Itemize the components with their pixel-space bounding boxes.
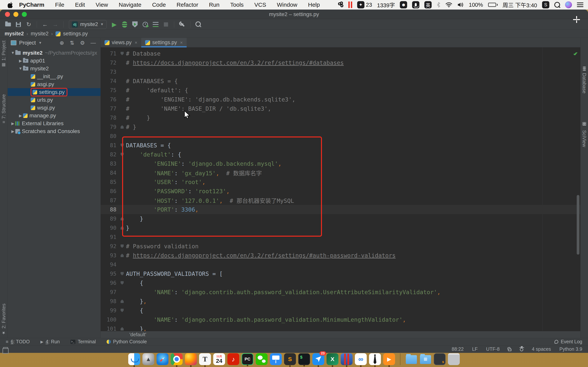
dock-icon-chrome[interactable]	[171, 353, 183, 365]
dock-icon-excel[interactable]: X	[327, 353, 338, 365]
run-configuration-select[interactable]: dj mysite2 ▼	[69, 20, 107, 29]
window-title-bar[interactable]: mysite2 – settings.py	[0, 9, 588, 19]
dock-icon-necktie-app[interactable]	[369, 353, 381, 365]
fold-start-icon[interactable]	[121, 244, 124, 248]
tree-row-app01[interactable]: ▶app01	[8, 57, 101, 65]
concurrency-diagram-button[interactable]	[151, 20, 160, 29]
tree-row-scratches-and-consoles[interactable]: ▶Scratches and Consoles	[8, 127, 101, 135]
dingtalk-menubar-item[interactable]: ✦ 23	[357, 1, 372, 8]
expand-arrow-icon[interactable]: ▼	[18, 66, 23, 71]
dock-icon-trash[interactable]	[448, 353, 460, 365]
breadcrumb-item[interactable]: settings.py	[63, 31, 88, 37]
gutter-fold-column[interactable]	[118, 251, 126, 260]
zoom-window-button[interactable]	[22, 12, 27, 17]
open-file-button[interactable]	[4, 20, 12, 29]
line-number[interactable]: 95	[101, 271, 118, 277]
line-number[interactable]: 84	[101, 170, 118, 176]
line-number[interactable]: 90	[101, 225, 118, 231]
word-count[interactable]: 1339字	[377, 1, 395, 9]
menu-item-refactor[interactable]: Refactor	[171, 1, 203, 8]
stripe-favorites-button[interactable]: ★ 2: Favorites	[1, 304, 7, 335]
gutter-fold-column[interactable]	[118, 113, 126, 122]
apple-menu-icon[interactable]	[8, 1, 13, 8]
code-line-93[interactable]: 93# https://docs.djangoproject.com/en/3.…	[101, 251, 580, 260]
save-all-button[interactable]	[14, 20, 23, 29]
dock-icon-video-app[interactable]: ▶	[383, 353, 395, 365]
code-editor[interactable]: 71# Database72# https://docs.djangoproje…	[101, 47, 580, 331]
file-encoding[interactable]: UTF-8	[486, 346, 500, 352]
minimize-window-button[interactable]	[13, 12, 18, 17]
stripe-project-button[interactable]: ▦ 1: Project	[1, 41, 7, 67]
highlighting-level-icon[interactable]	[520, 348, 523, 351]
gutter-fold-column[interactable]	[118, 278, 126, 287]
gutter-fold-column[interactable]	[118, 104, 126, 113]
dock-icon-terminal[interactable]: $	[298, 353, 310, 365]
gutter-fold-column[interactable]	[118, 242, 126, 251]
toolwindow-button-run[interactable]: ▶4: Run	[40, 339, 60, 344]
code-line-74[interactable]: 74# DATABASES = {	[101, 76, 580, 86]
gutter-fold-column[interactable]	[118, 315, 126, 324]
editor-scrollbar-thumb[interactable]	[577, 195, 579, 255]
menu-item-view[interactable]: View	[90, 1, 113, 8]
fold-end-icon[interactable]	[121, 300, 124, 303]
menu-item-navigate[interactable]: Navigate	[113, 1, 147, 8]
code-line-72[interactable]: 72# https://docs.djangoproject.com/en/3.…	[101, 58, 580, 67]
dock-icon-pycharm[interactable]: PC	[242, 353, 253, 365]
close-tab-icon[interactable]: ×	[135, 40, 138, 45]
line-number[interactable]: 76	[101, 96, 118, 103]
menu-item-pycharm[interactable]: PyCharm	[19, 1, 50, 8]
expand-arrow-icon[interactable]: ▶	[18, 58, 23, 63]
dock-icon-sublime-text[interactable]: S	[284, 353, 296, 365]
tab-settings-py[interactable]: settings.py×	[141, 38, 187, 47]
line-number[interactable]: 81	[101, 142, 118, 149]
fold-start-icon[interactable]	[121, 52, 124, 55]
gutter-fold-column[interactable]	[118, 287, 126, 297]
settings-wrench-button[interactable]	[178, 20, 186, 29]
code-line-75[interactable]: 75# 'default': {	[101, 86, 580, 95]
sync-reload-button[interactable]: ↻	[25, 20, 33, 29]
line-number[interactable]: 91	[101, 234, 118, 240]
inspections-ok-icon[interactable]: ✔✔	[573, 50, 578, 57]
code-line-79[interactable]: 79# }	[101, 122, 580, 132]
line-number[interactable]: 71	[101, 50, 118, 57]
line-number[interactable]: 73	[101, 69, 118, 75]
code-line-95[interactable]: 95AUTH_PASSWORD_VALIDATORS = [	[101, 269, 580, 278]
code-line-78[interactable]: 78# }	[101, 113, 580, 122]
menu-item-window[interactable]: Window	[272, 1, 303, 8]
code-line-96[interactable]: 96 {	[101, 278, 580, 287]
gutter-fold-column[interactable]	[118, 306, 126, 315]
gutter-fold-column[interactable]	[118, 260, 126, 269]
tree-row-urls-py[interactable]: urls.py	[8, 96, 101, 104]
menubar-clock[interactable]: 周三 下午3:40	[503, 1, 537, 9]
stripe-database-button[interactable]: Database	[581, 67, 587, 93]
fold-end-icon[interactable]	[121, 254, 124, 257]
line-number[interactable]: 79	[101, 124, 118, 130]
gutter-fold-column[interactable]	[118, 58, 126, 67]
dock-icon-calendar[interactable]: 11月24	[213, 353, 225, 365]
volume-icon[interactable]	[457, 2, 464, 8]
dock-icon-window-thumbnail[interactable]: s	[434, 353, 446, 365]
gutter-fold-column[interactable]	[118, 269, 126, 278]
line-number[interactable]: 89	[101, 216, 118, 222]
code-line-98[interactable]: 98 },	[101, 297, 580, 306]
code-line-73[interactable]: 73	[101, 67, 580, 76]
line-number[interactable]: 94	[101, 261, 118, 268]
line-number[interactable]: 97	[101, 289, 118, 295]
menu-item-vcs[interactable]: VCS	[249, 1, 272, 8]
pause-recording-icon[interactable]	[348, 1, 352, 8]
gutter-fold-column[interactable]	[118, 95, 126, 104]
code-line-92[interactable]: 92# Password validation	[101, 242, 580, 251]
line-number[interactable]: 87	[101, 197, 118, 204]
run-button[interactable]: ▶	[110, 20, 119, 29]
dock-icon-typora[interactable]: T	[199, 353, 211, 365]
dock-icon-parallels[interactable]	[341, 353, 353, 365]
profile-button[interactable]	[141, 20, 149, 29]
code-line-97[interactable]: 97 'NAME': 'django.contrib.auth.password…	[101, 287, 580, 297]
dock-icon-netease-music[interactable]: ♪	[227, 353, 239, 365]
expand-arrow-icon[interactable]: ▼	[10, 51, 15, 55]
code-line-101[interactable]: 101 },	[101, 324, 580, 331]
input-method-icon[interactable]: 英	[424, 1, 432, 8]
tree-row-wsgi-py[interactable]: wsgi.py	[8, 104, 101, 112]
dock-icon-dingtalk[interactable]: 23	[312, 353, 324, 365]
dock-icon-blue-knot-app[interactable]: ∞	[355, 353, 367, 365]
